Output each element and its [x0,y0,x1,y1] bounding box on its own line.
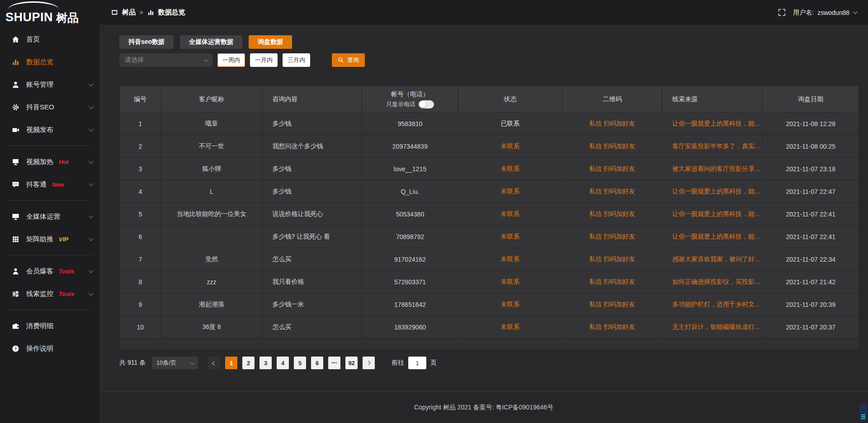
date-range-button[interactable]: 一月内 [250,53,278,67]
chevron-down-icon [89,159,94,164]
sidebar-item-omnimedia-operation[interactable]: 全媒体运营 [0,205,99,228]
tab-douyin-seo-data[interactable]: 抖音seo数据 [119,35,174,49]
cell-account: love__1215 [362,158,458,180]
query-button[interactable]: 查询 [332,53,365,67]
sidebar-item-clue-monitor[interactable]: 线索监控 Tools [0,282,99,305]
tab-omnimedia-data[interactable]: 全媒体运营数据 [180,35,242,49]
filter-bar: 请选择 一周内一月内三月内 查询 [119,53,859,67]
cell-source-link[interactable]: 让你一眼就爱上的黑科技，能... [662,226,763,248]
bar-chart-icon [147,9,154,16]
cell-source-link[interactable]: 多功能护栏灯，适用于乡村文... [662,293,763,316]
cell-qrcode-links[interactable]: 私信 扫码加好友 [562,293,662,316]
sidebar-item-home[interactable]: 首页 [0,28,99,51]
cell-source-link[interactable]: 如何正确选择投影仪，买投影... [662,271,763,293]
sidebar: SHUPIN 树品 首页 数据总览 账号管理 [0,0,99,423]
cell-content: 多少钱 [262,180,362,203]
cell-nickname: 当地比较能吃的一位美女 [161,203,262,226]
sidebar-item-douyin-seo[interactable]: 抖音SEO [0,96,99,118]
date-range-button[interactable]: 一周内 [217,53,245,67]
sidebar-item-matrix-boost[interactable]: 矩阵助推 VIP [0,228,99,250]
cell-nickname: 潮起潮落 [161,293,262,316]
sidebar-item-data-overview[interactable]: 数据总览 [0,51,99,73]
inquiry-table-wrap: 编号 客户昵称 咨询内容 帐号（电话） 只显示电话 [119,86,859,349]
breadcrumb-page[interactable]: 数据总览 [158,8,185,17]
page-button[interactable]: ••• [328,357,340,369]
cell-qrcode-links[interactable]: 私信 扫码加好友 [562,203,662,226]
sidebar-item-badge: VIP [59,236,68,243]
cell-source-link[interactable]: 感谢大家喜欢我家，被问了好... [662,248,763,271]
cell-date: 2021-11-07 23:18 [763,158,859,180]
logo-brand: SHUPIN [5,11,53,24]
sidebar-item-label: 首页 [26,35,40,44]
user-menu[interactable]: 用户名: zswodun88 [793,9,856,17]
cell-source-link[interactable]: 让你一眼就爱上的黑科技，能... [662,180,763,203]
cell-source-link[interactable]: 让你一眼就爱上的黑科技，能... [662,203,763,226]
app-icon [111,9,118,16]
cell-no: 8 [120,271,161,293]
sidebar-item-badge: Hot [59,159,69,165]
wallet-icon [12,322,19,330]
page-size-select[interactable]: 10条/页 [152,357,198,369]
cell-qrcode-links[interactable]: 私信 扫码加好友 [562,113,662,135]
page-jump-input[interactable] [408,357,426,369]
table-row: 7 觉然 怎么买 917024162 未联系 私信 扫码加好友 感谢大家喜欢我家… [120,248,859,271]
cell-source-link[interactable]: 让你一眼就爱上的黑科技，能... [662,113,763,135]
next-page-button[interactable] [363,357,375,369]
prev-page-button[interactable] [208,357,220,369]
breadcrumb-app[interactable]: 树品 [122,8,136,17]
filter-select[interactable]: 请选择 [119,53,212,67]
chat-widget[interactable] [859,404,867,421]
sidebar-item-account-management[interactable]: 账号管理 [0,73,99,96]
cell-qrcode-links[interactable]: 私信 扫码加好友 [562,180,662,203]
screen-icon [12,158,19,166]
sidebar-divider [7,146,92,146]
only-phone-label: 只显示电话 [386,100,415,108]
cell-status: 未联系 [458,271,562,293]
cell-date: 2021-11-07 21:42 [763,271,859,293]
footer: Copyright 树品 2021 备案号: 粤ICP备09019646号 [99,391,868,423]
cell-status: 未联系 [458,248,562,271]
cell-qrcode-links[interactable]: 私信 扫码加好友 [562,248,662,271]
page-jump: 前往 页 [392,357,437,369]
sidebar-item-video-publish[interactable]: 视频发布 [0,118,99,141]
cell-date: 2021-11-07 20:37 [763,316,859,338]
cell-account: 183929060 [362,316,458,338]
page-button[interactable]: 3 [259,357,272,369]
app-root: SHUPIN 树品 首页 数据总览 账号管理 [0,0,868,423]
grid-icon [12,235,19,243]
sidebar-item-member-baoke[interactable]: 会员爆客 Tools [0,260,99,282]
cell-source-link[interactable]: 无主灯设计，智能磁吸轨道灯... [662,316,763,338]
filter-select-placeholder: 请选择 [125,56,144,64]
table-row: 4 L 多少钱 Q_Liu. 未联系 私信 扫码加好友 让你一眼就爱上的黑科技，… [120,180,859,203]
cell-qrcode-links[interactable]: 私信 扫码加好友 [562,158,662,180]
sidebar-item-label: 全媒体运营 [26,212,60,221]
pagination-total: 共 911 条 [119,359,146,367]
only-phone-toggle[interactable] [419,100,434,108]
cell-qrcode-links[interactable]: 私信 扫码加好友 [562,316,662,338]
page-button[interactable]: 4 [277,357,289,369]
sidebar-item-video-heat[interactable]: 视频加热 Hot [0,150,99,173]
sidebar-item-operation-guide[interactable]: ? 操作说明 [0,337,99,360]
date-range-button[interactable]: 三月内 [283,53,310,67]
table-row: 1 哦章 多少钱 9583810 已联系 私信 扫码加好友 让你一眼就爱上的黑科… [120,113,859,135]
cell-qrcode-links[interactable]: 私信 扫码加好友 [562,135,662,158]
cell-account: 50534380 [362,203,458,226]
cell-source-link[interactable]: 客厅安装投影半年多了，真实... [662,135,763,158]
page-button[interactable]: 92 [345,357,358,369]
sidebar-item-consumption-detail[interactable]: 消费明细 [0,315,99,337]
cell-source-link[interactable]: 被大家追着问的客厅投影分享... [662,158,763,180]
chevron-left-icon [212,361,217,366]
table-row: 6 多少钱? 让我死心 看 70898792 未联系 私信 扫码加好友 让你一眼… [120,226,859,248]
fullscreen-icon[interactable] [778,9,786,16]
cell-account: Q_Liu. [362,180,458,203]
tab-inquiry-data[interactable]: 询盘数据 [249,35,292,49]
page-button[interactable]: 2 [242,357,255,369]
sidebar-item-douketong[interactable]: 抖客通 New [0,173,99,196]
sidebar-item-label: 消费明细 [26,322,53,330]
cell-qrcode-links[interactable]: 私信 扫码加好友 [562,226,662,248]
page-button[interactable]: 5 [294,357,306,369]
page-button[interactable]: 1 [225,357,237,369]
cell-qrcode-links[interactable]: 私信 扫码加好友 [562,271,662,293]
page-button[interactable]: 6 [311,357,323,369]
cell-nickname: 哦章 [161,113,262,135]
